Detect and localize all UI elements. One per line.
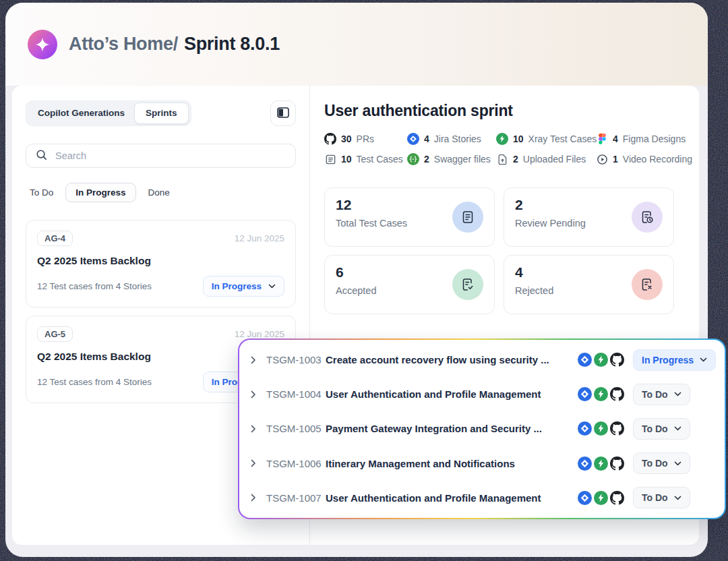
xray-icon [594,421,608,436]
test-cases-icon [324,153,336,165]
filter-done[interactable]: Done [144,183,174,202]
status-dropdown[interactable]: In Progress [633,349,716,371]
test-case-title: User Authentication and Profile Manageme… [326,492,578,504]
stat-video-recording: 1 Video Recording [596,153,692,165]
test-case-row-tsgm-1003[interactable]: TSGM-1003 Create account recovery flow u… [239,343,725,377]
xray-icon [594,456,608,471]
status-label: To Do [642,423,668,434]
xray-icon [594,353,608,367]
search-input[interactable] [55,150,286,161]
jira-icon [578,491,592,505]
sprint-stats: 30 PRs 4 Jira Stories 10 Xray Test Cases [324,133,674,165]
expand-chevron-icon[interactable] [251,459,262,467]
test-case-title: Itinerary Management and Notifications [326,458,578,469]
source-icons [578,421,624,436]
sprint-id-badge: AG-4 [37,231,73,246]
test-case-row-tsgm-1005[interactable]: TSGM-1005 Payment Gateway Integration an… [239,411,725,446]
summary-card-accepted: 6 Accepted [324,255,495,314]
test-case-title: Payment Gateway Integration and Security… [326,423,578,434]
test-case-title: User Authentication and Profile Manageme… [326,388,578,400]
test-case-row-tsgm-1006[interactable]: TSGM-1006 Itinerary Management and Notif… [239,446,725,481]
test-case-id: TSGM-1005 [266,423,326,434]
github-icon [610,491,624,505]
breadcrumb: Atto’s Home/ Sprint 8.0.1 [69,34,280,55]
stat-figma-designs: 4 Figma Designs [596,133,692,145]
source-icons [578,456,624,471]
status-dropdown[interactable]: To Do [633,452,690,474]
github-icon [324,133,336,145]
status-label: To Do [642,492,668,503]
sprint-detail-title: User authentication sprint [324,102,699,120]
chevron-down-icon [674,426,681,431]
sprint-card-subtitle: 12 Test cases from 4 Stories [37,281,152,291]
doc-clock-icon [632,202,663,233]
github-icon [610,353,624,367]
breadcrumb-home: Atto’s Home/ [69,34,178,55]
stat-swagger-files: 2 Swagger files [407,153,496,165]
uploaded-file-icon [496,153,508,165]
stat-prs: 30 PRs [324,133,407,145]
status-dropdown[interactable]: To Do [633,384,690,405]
expand-chevron-icon[interactable] [251,494,262,502]
sprint-date: 12 Jun 2025 [235,329,284,339]
chevron-down-icon [700,357,707,362]
jira-icon [578,353,592,367]
expand-chevron-icon[interactable] [251,390,262,398]
github-icon [610,456,624,471]
test-case-row-tsgm-1007[interactable]: TSGM-1007 User Authentication and Profil… [239,481,725,515]
expand-chevron-icon[interactable] [251,356,262,364]
test-case-id: TSGM-1003 [266,354,326,365]
status-label: In Progress [642,355,694,365]
tab-sprints[interactable]: Sprints [134,102,189,124]
sprint-status-dropdown[interactable]: In Progress [203,276,284,297]
summary-card-total-test-cases: 12 Total Test Cases [324,187,495,247]
filter-in-progress[interactable]: In Progress [65,183,135,202]
status-label: To Do [642,389,668,400]
source-icons [578,353,624,367]
chevron-down-icon [674,496,681,500]
tab-copilot-generations[interactable]: Copilot Generations [28,103,134,123]
test-case-id: TSGM-1004 [266,388,326,400]
search-box[interactable] [26,144,296,168]
sprint-id-badge: AG-5 [37,326,73,342]
search-icon [35,148,48,164]
view-switcher: Copilot Generations Sprints [26,100,191,126]
atto-logo [28,30,57,59]
test-case-title: Create account recovery flow using secur… [326,354,578,365]
stat-uploaded-files: 2 Uploaded Files [496,153,596,165]
jira-icon [578,456,592,471]
sprint-status-label: In Progress [212,281,262,291]
github-icon [610,387,624,401]
filter-todo[interactable]: To Do [26,183,57,202]
summary-cards: 12 Total Test Cases 2 Review Pending [324,187,699,314]
status-filters: To Do In Progress Done [26,183,296,202]
swagger-icon [407,153,419,165]
doc-check-icon [452,269,483,300]
figma-icon [596,133,608,145]
test-case-id: TSGM-1006 [266,458,326,469]
chevron-down-icon [674,461,681,466]
jira-icon [407,133,419,145]
collapse-sidebar-button[interactable] [270,100,296,126]
xray-icon [594,387,608,401]
video-icon [596,153,608,165]
test-case-row-tsgm-1004[interactable]: TSGM-1004 User Authentication and Profil… [239,377,725,411]
status-dropdown[interactable]: To Do [633,487,690,508]
xray-icon [496,133,508,145]
chevron-down-icon [674,392,681,396]
app-header: Atto’s Home/ Sprint 8.0.1 [5,3,708,86]
test-case-id: TSGM-1007 [266,492,326,504]
jira-icon [578,387,592,401]
stat-xray-test-cases: 10 Xray Test Cases [496,133,596,145]
sprint-card-ag4[interactable]: AG-4 12 Jun 2025 Q2 2025 Items Backlog 1… [26,220,296,307]
jira-icon [578,421,592,436]
stat-jira-stories: 4 Jira Stories [407,133,496,145]
sidebar-toggle-icon [277,107,289,120]
summary-card-rejected: 4 Rejected [504,255,674,314]
status-label: To Do [642,458,668,469]
test-cases-panel: TSGM-1003 Create account recovery flow u… [238,338,726,519]
doc-x-icon [632,269,663,300]
status-dropdown[interactable]: To Do [633,418,690,440]
sprint-card-title: Q2 2025 Items Backlog [37,255,284,267]
expand-chevron-icon[interactable] [251,425,262,433]
